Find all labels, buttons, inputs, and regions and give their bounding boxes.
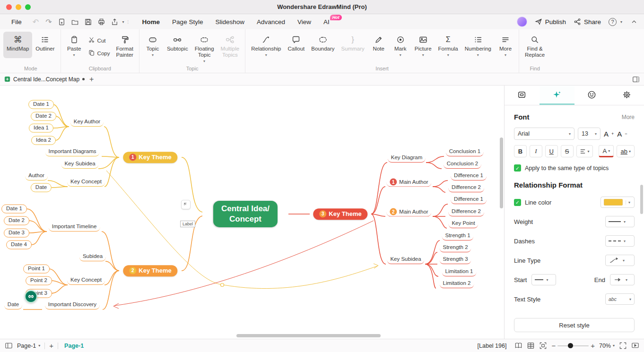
menu-tab-home[interactable]: Home [136,14,166,29]
mindmap-node-limitation-1[interactable]: Limitation 1 [442,268,477,276]
picture-button[interactable]: Picture▾ [411,32,435,58]
formula-button[interactable]: ΣFormula▾ [435,32,461,58]
mindmap-node-important-discovery[interactable]: Important Discovery [45,301,100,309]
mindmap-node-date-b[interactable]: Date [4,301,22,309]
line-type-select[interactable]: ▾ [605,255,635,266]
new-document-icon[interactable] [55,16,69,27]
mark-button[interactable]: Mark▾ [390,32,411,58]
mindmap-node-date-1b[interactable]: Date 1 [1,205,27,214]
copy-button[interactable]: Copy [88,49,110,57]
mindmap-node-key-theme-2[interactable]: 2Key Theme [123,265,177,276]
mindmap-node-central[interactable]: Central Idea/ Concept [213,201,278,227]
page-panel-icon[interactable] [5,342,13,350]
highlight-button[interactable]: ab▾ [617,145,635,157]
menu-tab-ai[interactable]: AIHot [317,14,336,29]
mindmap-node-main-author-1[interactable]: 1Main Author [386,178,431,187]
document-tab[interactable]: Central Ide...Concept Map [4,76,85,83]
mindmap-node-date-a[interactable]: Date [31,183,52,192]
toggle-panel-icon[interactable] [632,76,640,83]
grid-view-icon[interactable] [527,342,535,350]
outline-view-icon[interactable] [514,342,522,350]
mindmap-node-key-subidea-left[interactable]: Key Subidea [61,160,98,169]
mindmap-node-idea-2[interactable]: Idea 2 [31,136,56,145]
toolbar-more-icon[interactable]: ⋮ [125,20,131,24]
menu-tab-slideshow[interactable]: Slideshow [209,14,251,29]
user-avatar[interactable] [517,17,527,27]
export-icon[interactable] [108,16,122,27]
export-dropdown-icon[interactable]: ▾ [122,20,125,24]
panel-tab-settings[interactable] [609,86,644,105]
mindmap-node-strength-3[interactable]: Strength 3 [439,256,471,264]
cut-button[interactable]: Cut [88,36,110,44]
dashes-select[interactable]: ▾ [605,235,635,247]
zoom-level-select[interactable]: 70%▾ [599,343,615,349]
boundary-button[interactable]: Boundary [308,32,338,58]
minimize-window-button[interactable] [16,4,21,10]
mindmap-node-difference-2b[interactable]: Difference 2 [448,208,484,216]
find-replace-button[interactable]: Find & Replace [522,32,548,64]
mindmap-node-strength-1[interactable]: Strength 1 [442,232,473,240]
end-arrow-select[interactable]: ▾ [610,274,635,285]
mindmap-node-key-subidea-right[interactable]: Key Subidea [387,256,424,264]
mindmap-node-point-1[interactable]: Point 1 [23,265,50,274]
share-button[interactable]: Share [574,18,601,26]
menu-tab-page-style[interactable]: Page Style [166,14,209,29]
text-style-select[interactable]: abc ▾ [605,293,635,305]
collapse-ribbon-icon[interactable] [631,18,637,25]
strikethrough-button[interactable]: S [561,145,574,157]
mindmap-node-main-author-2[interactable]: 2Main Author [386,208,431,217]
reset-style-button[interactable]: Reset style [514,318,635,332]
mindmap-node-subidea[interactable]: Subidea [79,253,106,261]
mindmap-node-key-concept-2[interactable]: Key Concept [67,276,105,285]
save-icon[interactable] [82,16,95,27]
page-selector[interactable]: Page-1▾ [17,343,40,349]
mindmap-node-key-author[interactable]: Key Author [70,118,104,127]
bold-button[interactable]: B [514,145,527,157]
redo-icon[interactable]: ↷ [42,17,55,26]
font-family-select[interactable]: Arial▾ [514,128,574,140]
add-page-button[interactable]: + [49,342,53,350]
mindmap-node-conclusion-2[interactable]: Conclusion 2 [444,160,481,169]
callout-button[interactable]: Callout [285,32,308,58]
undo-icon[interactable]: ↶ [29,17,42,26]
mindmap-node-strength-2[interactable]: Strength 2 [439,244,471,252]
mindmap-node-difference-1b[interactable]: Difference 1 [451,196,487,204]
zoom-out-icon[interactable]: − [551,342,556,350]
canvas-vertical-scrollbar[interactable] [500,137,503,208]
mindmap-node-date-2a[interactable]: Date 2 [31,112,56,121]
mindmap-node-important-timeline[interactable]: Important Timeline [49,223,100,232]
line-color-checkbox[interactable]: ✓ [514,199,521,206]
panel-tab-ai-style[interactable] [540,86,574,105]
zoom-in-icon[interactable]: + [591,342,595,350]
publish-button[interactable]: Publish [535,18,566,26]
mindmap-node-date-1a[interactable]: Date 1 [28,100,54,109]
presentation-icon[interactable] [631,342,639,350]
open-folder-icon[interactable] [69,16,82,27]
decrease-font-button[interactable]: A− [617,130,627,138]
mindmap-node-important-diagrams[interactable]: Important Diagrams [45,148,100,156]
underline-button[interactable]: U [545,145,558,157]
mindmap-node-date-4b[interactable]: Date 4 [6,240,32,249]
mindmap-node-key-concept-1[interactable]: Key Concept [67,178,105,187]
mindmap-node-date-3b[interactable]: Date 3 [4,229,29,238]
font-more-link[interactable]: More [622,114,635,120]
apply-same-type-checkbox[interactable]: ✓ [514,164,521,172]
close-window-button[interactable] [6,4,12,10]
active-page-tab[interactable]: Page-1 [62,343,84,349]
numbering-button[interactable]: Numbering▾ [461,32,495,58]
mindmap-node-point-2[interactable]: Point 2 [26,276,52,285]
font-color-button[interactable]: A▾ [599,145,614,157]
format-painter-button[interactable]: Format Painter [113,32,136,64]
relationship-label-chip[interactable]: Label [180,221,195,227]
topic-button[interactable]: Topic▾ [142,32,164,58]
mindmap-node-date-2b[interactable]: Date 2 [4,216,29,225]
mindmap-node-key-point[interactable]: Key Point [448,220,478,228]
paste-button[interactable]: Paste▾ [63,32,85,58]
mindmap-node-limitation-2[interactable]: Limitation 2 [440,280,474,288]
mindmap-node-difference-1a[interactable]: Difference 1 [451,172,487,180]
canvas-horizontal-scrollbar[interactable] [236,334,381,337]
relationship-button[interactable]: Relationship▾ [248,32,284,58]
note-button[interactable]: Note [368,32,390,58]
ai-assistant-button[interactable] [25,290,37,303]
zoom-slider[interactable] [557,345,589,346]
